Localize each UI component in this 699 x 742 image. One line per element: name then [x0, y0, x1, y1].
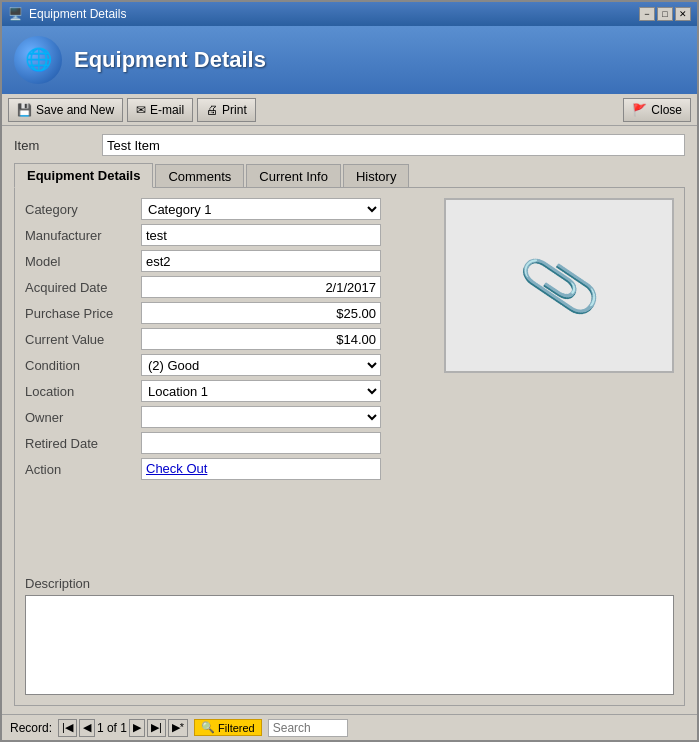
tab-comments-label: Comments — [168, 169, 231, 184]
search-input[interactable] — [268, 719, 348, 737]
nav-next-button[interactable]: ▶ — [129, 719, 145, 737]
paperclip-icon: 📎 — [514, 242, 605, 330]
retired-date-label: Retired Date — [25, 436, 135, 451]
purchase-price-label: Purchase Price — [25, 306, 135, 321]
manufacturer-input[interactable] — [141, 224, 381, 246]
purchase-price-input[interactable] — [141, 302, 381, 324]
email-label: E-mail — [150, 103, 184, 117]
close-flag-icon: 🚩 — [632, 103, 647, 117]
record-label: Record: — [10, 721, 52, 735]
purchase-price-row: Purchase Price — [25, 302, 424, 324]
header-bar: 🌐 Equipment Details — [2, 26, 697, 94]
header-globe-icon: 🌐 — [25, 47, 52, 73]
model-label: Model — [25, 254, 135, 269]
form-section: Category Category 1 Category 2 Manufactu… — [25, 198, 674, 564]
status-bar: Record: |◀ ◀ 1 of 1 ▶ ▶| ▶* 🔍 Filtered — [2, 714, 697, 740]
close-label: Close — [651, 103, 682, 117]
nav-controls: |◀ ◀ 1 of 1 ▶ ▶| ▶* — [58, 719, 188, 737]
title-bar-controls: − □ ✕ — [639, 7, 691, 21]
minimize-button[interactable]: − — [639, 7, 655, 21]
manufacturer-label: Manufacturer — [25, 228, 135, 243]
category-select[interactable]: Category 1 Category 2 — [141, 198, 381, 220]
email-icon: ✉ — [136, 103, 146, 117]
filtered-label: Filtered — [218, 722, 255, 734]
owner-row: Owner — [25, 406, 424, 428]
current-value-input[interactable] — [141, 328, 381, 350]
category-row: Category Category 1 Category 2 — [25, 198, 424, 220]
action-row: Action Check Out — [25, 458, 424, 480]
tab-equipment-details[interactable]: Equipment Details — [14, 163, 153, 188]
print-icon: 🖨 — [206, 103, 218, 117]
item-row: Item — [14, 134, 685, 156]
save-new-button[interactable]: 💾 Save and New — [8, 98, 123, 122]
condition-row: Condition (1) Excellent (2) Good (3) Fai… — [25, 354, 424, 376]
content-area: Item Equipment Details Comments Current … — [2, 126, 697, 714]
location-label: Location — [25, 384, 135, 399]
image-placeholder: 📎 — [444, 198, 674, 373]
email-button[interactable]: ✉ E-mail — [127, 98, 193, 122]
model-row: Model — [25, 250, 424, 272]
filtered-badge[interactable]: 🔍 Filtered — [194, 719, 262, 736]
nav-last-button[interactable]: ▶| — [147, 719, 166, 737]
tabs-container: Equipment Details Comments Current Info … — [14, 162, 685, 706]
current-value-label: Current Value — [25, 332, 135, 347]
save-icon: 💾 — [17, 103, 32, 117]
owner-select[interactable] — [141, 406, 381, 428]
header-title: Equipment Details — [74, 47, 266, 73]
tab-current-info[interactable]: Current Info — [246, 164, 341, 188]
nav-new-button[interactable]: ▶* — [168, 719, 188, 737]
print-label: Print — [222, 103, 247, 117]
window-close-button[interactable]: ✕ — [675, 7, 691, 21]
window-title: Equipment Details — [29, 7, 126, 21]
toolbar: 💾 Save and New ✉ E-mail 🖨 Print 🚩 Close — [2, 94, 697, 126]
nav-first-button[interactable]: |◀ — [58, 719, 77, 737]
description-textarea[interactable] — [25, 595, 674, 695]
condition-select[interactable]: (1) Excellent (2) Good (3) Fair (4) Poor — [141, 354, 381, 376]
header-icon: 🌐 — [14, 36, 62, 84]
current-value-row: Current Value — [25, 328, 424, 350]
title-bar-left: 🖥️ Equipment Details — [8, 7, 126, 21]
tabs-header: Equipment Details Comments Current Info … — [14, 162, 685, 187]
form-fields: Category Category 1 Category 2 Manufactu… — [25, 198, 424, 564]
acquired-date-row: Acquired Date — [25, 276, 424, 298]
tab-comments[interactable]: Comments — [155, 164, 244, 188]
tab-history[interactable]: History — [343, 164, 409, 188]
retired-date-input[interactable] — [141, 432, 381, 454]
record-info: 1 of 1 — [97, 721, 127, 735]
tab-content: Category Category 1 Category 2 Manufactu… — [14, 187, 685, 706]
item-input[interactable] — [102, 134, 685, 156]
acquired-date-label: Acquired Date — [25, 280, 135, 295]
item-label: Item — [14, 138, 94, 153]
acquired-date-input[interactable] — [141, 276, 381, 298]
description-section: Description — [25, 576, 674, 695]
owner-label: Owner — [25, 410, 135, 425]
location-select[interactable]: Location 1 Location 2 — [141, 380, 381, 402]
tab-history-label: History — [356, 169, 396, 184]
category-label: Category — [25, 202, 135, 217]
close-button[interactable]: 🚩 Close — [623, 98, 691, 122]
description-label: Description — [25, 576, 674, 591]
location-row: Location Location 1 Location 2 — [25, 380, 424, 402]
tab-current-info-label: Current Info — [259, 169, 328, 184]
save-new-label: Save and New — [36, 103, 114, 117]
title-bar: 🖥️ Equipment Details − □ ✕ — [2, 2, 697, 26]
main-window: 🖥️ Equipment Details − □ ✕ 🌐 Equipment D… — [0, 0, 699, 742]
action-label: Action — [25, 462, 135, 477]
filter-icon: 🔍 — [201, 721, 215, 734]
retired-date-row: Retired Date — [25, 432, 424, 454]
restore-button[interactable]: □ — [657, 7, 673, 21]
nav-prev-button[interactable]: ◀ — [79, 719, 95, 737]
manufacturer-row: Manufacturer — [25, 224, 424, 246]
condition-label: Condition — [25, 358, 135, 373]
checkout-link[interactable]: Check Out — [141, 458, 381, 480]
model-input[interactable] — [141, 250, 381, 272]
print-button[interactable]: 🖨 Print — [197, 98, 256, 122]
window-icon: 🖥️ — [8, 7, 23, 21]
tab-equipment-details-label: Equipment Details — [27, 168, 140, 183]
